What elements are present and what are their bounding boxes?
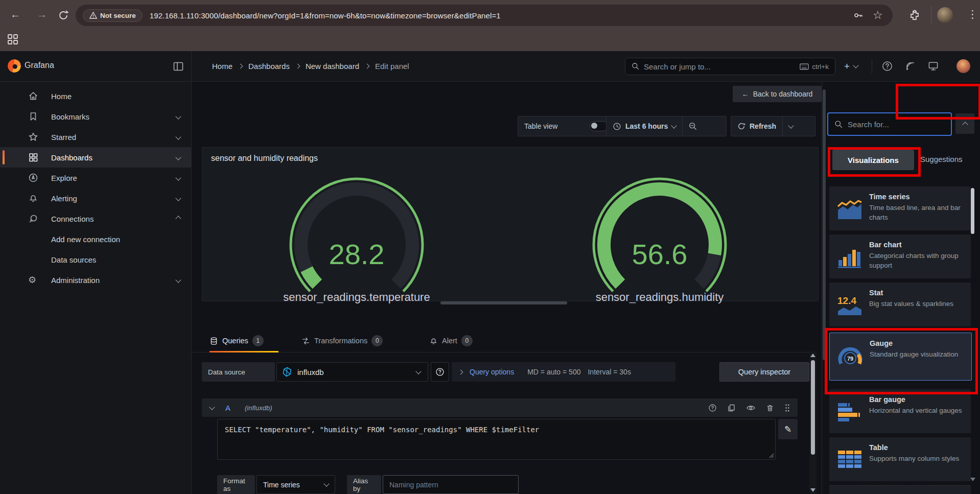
news-rss-icon[interactable] (905, 61, 916, 72)
sql-query-editor[interactable]: SELECT "temperature", "humidity" FROM "s… (217, 419, 776, 460)
tab-alert[interactable]: Alert 0 (429, 335, 473, 346)
sidebar-item-home[interactable]: Home (0, 86, 192, 106)
password-key-icon[interactable] (853, 10, 864, 20)
scrollbar-thumb[interactable] (811, 360, 815, 455)
collapse-query-icon[interactable] (209, 404, 215, 410)
panel-title[interactable]: sensor and humidity readings (211, 154, 318, 163)
tab-transformations[interactable]: Transformations 0 (301, 335, 383, 346)
datasource-help-button[interactable] (431, 362, 449, 382)
format-as-dropdown[interactable]: Time series (256, 475, 335, 494)
tab-suggestions[interactable]: Suggestions (920, 155, 963, 163)
sidebar-item-label: Starred (51, 133, 76, 142)
home-icon (28, 91, 38, 101)
query-options-bar: Query options MD = auto = 500 Interval =… (452, 362, 675, 382)
breadcrumb-dashboards[interactable]: Dashboards (248, 62, 290, 70)
refresh-button[interactable]: Refresh (731, 116, 782, 136)
queries-scrollbar[interactable] (809, 351, 816, 494)
panel-resize-handle[interactable] (440, 301, 567, 304)
viz-card-time-series[interactable]: Time series Time based line, area and ba… (829, 186, 971, 230)
help-icon[interactable] (882, 61, 893, 72)
chevron-down-icon[interactable] (175, 277, 181, 283)
scroll-down-arrow[interactable] (970, 478, 975, 481)
global-search-input[interactable]: Search or jump to... ctrl+k (625, 58, 835, 75)
browser-back-icon[interactable]: ← (10, 9, 20, 20)
apps-shortcut-icon[interactable] (7, 34, 18, 45)
sidebar-item-data-sources[interactable]: Data sources (0, 249, 192, 270)
edit-query-pencil-button[interactable]: ✎ (778, 419, 798, 439)
viz-card-bar-chart[interactable]: Bar chart Categorical charts with group … (829, 234, 971, 278)
tab-queries[interactable]: Queries 1 (209, 335, 264, 346)
sidebar-item-connections[interactable]: Connections (0, 208, 192, 229)
format-as-label: Format as (217, 475, 255, 494)
sidebar-item-explore[interactable]: Explore (0, 168, 192, 188)
table-view-toggle-group: Table view (518, 116, 615, 136)
table-view-toggle[interactable] (590, 121, 608, 131)
chevron-down-icon[interactable] (175, 113, 181, 119)
queries-count-badge: 1 (252, 335, 264, 346)
user-avatar[interactable] (956, 59, 970, 73)
browser-refresh-icon[interactable] (57, 9, 69, 21)
browser-avatar[interactable] (937, 7, 953, 23)
splitter-scroll-strip[interactable] (823, 89, 826, 360)
chevron-down-icon[interactable] (175, 175, 181, 180)
browser-menu-kebab-icon[interactable]: ⋮ (967, 8, 978, 20)
grafana-logo[interactable] (8, 59, 21, 73)
breadcrumb-new-dashboard[interactable]: New dashboard (306, 62, 359, 70)
sidebar-nav: Home Bookmarks Starred Dashboards Explor… (0, 82, 192, 494)
datasource-picker[interactable]: influxdb (276, 362, 428, 382)
chevron-down-icon[interactable] (175, 134, 181, 139)
active-tab-underline (209, 351, 278, 352)
not-secure-badge[interactable]: Not secure (83, 9, 143, 22)
viz-card-table[interactable]: Table Supports many column styles (829, 437, 971, 481)
eye-icon[interactable] (746, 404, 756, 412)
bookmark-icon (28, 111, 38, 122)
back-to-dashboard-button[interactable]: ← Back to dashboard (733, 86, 822, 102)
chevron-down-icon[interactable] (175, 154, 181, 160)
scrollbar-thumb[interactable] (971, 188, 974, 234)
browser-url-bar[interactable]: Not secure 192.168.1.110:3000/dashboard/… (76, 5, 893, 26)
chevron-down-icon[interactable] (175, 195, 181, 201)
scroll-down-arrow[interactable] (810, 488, 815, 492)
viz-card-bar-gauge[interactable]: Bar gauge Horizontal and vertical gauges (829, 389, 971, 433)
breadcrumb-home[interactable]: Home (212, 62, 232, 70)
chevron-up-icon[interactable] (175, 216, 181, 221)
sql-text: SELECT "temperature", "humidity" FROM "s… (225, 426, 768, 434)
monitor-icon[interactable] (928, 61, 939, 72)
expand-icon[interactable] (458, 369, 463, 374)
table-view-label: Table view (524, 122, 557, 130)
sidebar-item-alerting[interactable]: Alerting (0, 188, 192, 208)
panel-preview[interactable]: sensor and humidity readings 28.2 sensor… (202, 147, 819, 301)
dock-sidebar-toggle-icon[interactable] (173, 61, 184, 72)
sidebar-item-bookmarks[interactable]: Bookmarks (0, 106, 192, 127)
query-inspector-button[interactable]: Query inspector (719, 362, 809, 382)
resize-corner-icon[interactable] (769, 453, 774, 458)
bookmark-star-icon[interactable]: ☆ (873, 9, 883, 22)
search-shortcut: ctrl+k (800, 63, 829, 70)
sidebar-item-add-new-connection[interactable]: Add new connection (0, 229, 192, 249)
refresh-interval-dropdown[interactable] (783, 116, 799, 136)
query-options-toggle[interactable]: Query options (470, 368, 514, 376)
viz-search-placeholder: Search for... (848, 120, 889, 129)
url-text: 192.168.1.110:3000/dashboard/new?orgId=1… (150, 11, 501, 20)
sidebar-item-starred[interactable]: Starred (0, 127, 192, 147)
sidebar-item-dashboards[interactable]: Dashboards (0, 147, 192, 168)
sidebar-item-administration[interactable]: ⚙ Administration (0, 270, 192, 290)
viz-card-stat[interactable]: 12.4 Stat Big stat values & sparklines (829, 283, 971, 326)
new-button[interactable]: + (844, 58, 858, 75)
help-icon[interactable] (708, 404, 717, 412)
viz-card-partial[interactable] (829, 485, 971, 494)
duplicate-icon[interactable] (727, 404, 736, 412)
grafana-header: Grafana Home Dashboards New dashboard Ed… (0, 51, 980, 82)
alias-by-input[interactable]: Naming pattern (383, 475, 519, 494)
zoom-out-time-button[interactable] (683, 116, 703, 136)
time-range-picker[interactable]: Last 6 hours (606, 116, 682, 136)
browser-forward-icon[interactable]: → (37, 9, 47, 20)
drag-handle-icon[interactable] (784, 404, 790, 412)
extensions-icon[interactable] (908, 9, 921, 21)
scroll-up-arrow[interactable] (810, 354, 815, 357)
plug-circle-icon (28, 214, 38, 224)
back-arrow-icon: ← (742, 90, 749, 98)
query-row-header[interactable]: A (influxdb) (202, 398, 798, 417)
trash-icon[interactable] (766, 404, 774, 412)
gauge-humidity: 56.6 sensor_readings.humidity (547, 173, 772, 304)
